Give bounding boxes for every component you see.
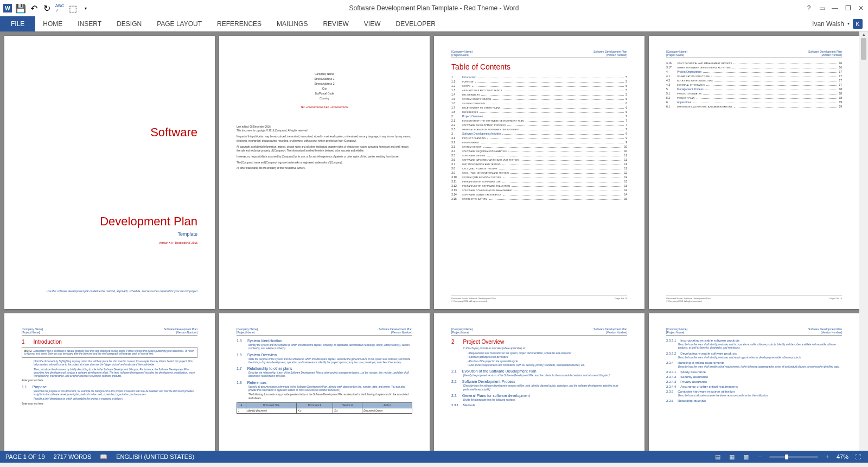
design-tab[interactable]: DESIGN (109, 16, 149, 31)
toc-number: 6 (666, 100, 677, 104)
toc-leader (503, 193, 623, 195)
toc-number: 5.1 (666, 92, 677, 95)
spellcheck-icon[interactable]: ABC✓ (55, 4, 64, 12)
toc-entry[interactable]: 4.2ROLES AND RESPONSIBILITIES17 (666, 79, 842, 82)
qat-dropdown-icon[interactable]: ▾ (81, 4, 90, 12)
toc-entry[interactable]: 2.2SOFTWARE DEVELOPMENT PROCESS7 (451, 123, 627, 127)
toc-entry[interactable]: 6.1DEFINITIONS, ACRONYMS, AND ABBREVIATI… (666, 105, 842, 108)
overview-lead: In this chapter, provide an overview (wh… (463, 347, 627, 350)
enter-text: Enter your text here. (22, 379, 197, 382)
body-crit: Describe how the team shall handle criti… (678, 365, 842, 369)
restore-button[interactable]: ❐ (844, 4, 852, 12)
ribbon-display-icon[interactable]: ▭ (818, 4, 826, 12)
bullet-item: • Position of the project in the system … (468, 359, 627, 363)
toc-entry[interactable]: 3.6SOFTWARE IMPLEMENTATION AND UNIT TEST… (451, 158, 627, 161)
heading-relationship: 1.7Relationship to other plans (237, 367, 412, 370)
toc-entry[interactable]: 3.9CSCI / HWCI INTEGRATION AND TESTING12 (451, 171, 627, 174)
toc-entry[interactable]: 2Project Overview7 (451, 115, 627, 118)
references-tab[interactable]: REFERENCES (209, 16, 269, 31)
toc-entry[interactable]: 2.1EVOLUTION OF THE SOFTWARE DEVELOPMENT… (451, 119, 627, 122)
toc-entry[interactable]: 4Project Organization17 (666, 70, 842, 73)
web-layout-icon[interactable]: ▩ (741, 453, 751, 460)
toc-entry[interactable]: 6Appendices19 (666, 100, 842, 104)
zoom-out-button[interactable]: − (755, 453, 765, 460)
toc-page: 6 (626, 102, 627, 105)
toc-text: PROJECT PLANNING (462, 137, 486, 140)
toc-entry[interactable]: 3.4SOFTWARE REQUIREMENTS ANALYSIS10 (451, 149, 627, 153)
toc-entry[interactable]: 1.2SCOPE5 (451, 84, 627, 87)
word-logo-icon[interactable]: W (3, 4, 12, 12)
toc-number: 3.2 (451, 141, 462, 144)
toc-number: 2.2 (451, 123, 462, 127)
mailings-tab[interactable]: MAILINGS (269, 16, 315, 31)
zoom-slider[interactable] (769, 456, 818, 458)
insert-tab[interactable]: INSERT (70, 16, 109, 31)
zoom-slider-thumb[interactable] (785, 455, 788, 459)
toc-entry[interactable]: 3.12PREPARING FOR SOFTWARE TRANSITION13 (451, 184, 627, 187)
intro-para2: Then, introduce the document by briefly … (34, 368, 197, 378)
toc-number: 1.6 (451, 102, 462, 105)
toc-entry[interactable]: 3.8CSCI QUALIFICATION TESTING11 (451, 167, 627, 170)
toc-entry[interactable]: 1.1PURPOSE5 (451, 80, 627, 83)
view-tab[interactable]: VIEW (356, 16, 388, 31)
zoom-in-button[interactable]: + (822, 453, 832, 460)
document-canvas[interactable]: Software Development Plan Template Versi… (0, 31, 868, 451)
toc-entry[interactable]: 5.1PROJECT ESTIMATES18 (666, 92, 842, 95)
fit-page-icon[interactable]: ⛶ (853, 453, 863, 460)
toc-entry[interactable]: 1.3ASSUMPTIONS AND CONSTRAINTS5 (451, 89, 627, 92)
zoom-level[interactable]: 47% (837, 453, 848, 460)
h-text: Methods (463, 403, 475, 407)
th-author: Author (362, 402, 412, 408)
toc-entry[interactable]: 3Software Development Activities9 (451, 132, 627, 135)
proofing-icon[interactable]: 📖 (100, 453, 107, 460)
toc-number: 2.1 (451, 119, 462, 122)
toc-page: 14 (624, 188, 627, 192)
toc-entry[interactable]: 2.3GENERAL PLANS FOR SOFTWARE DEVELOPMEN… (451, 128, 627, 131)
undo-icon[interactable]: ↶ (29, 4, 38, 12)
toc-entry[interactable]: 3.10SYSTEM QUALIFICATION TESTING12 (451, 175, 627, 179)
page-indicator[interactable]: PAGE 1 OF 19 (5, 453, 45, 460)
save-icon[interactable]: 💾 (16, 4, 25, 12)
toc-entry[interactable]: 3.15CORRECTIVE ACTION15 (451, 197, 627, 200)
file-tab[interactable]: FILE (0, 16, 35, 31)
home-tab[interactable]: HOME (35, 16, 70, 31)
touch-mode-icon[interactable]: ⬚ (68, 4, 77, 12)
toc-entry[interactable]: 3.14SOFTWARE QUALITY ASSURANCE14 (451, 193, 627, 196)
toc-entry[interactable]: 3.5SOFTWARE DESIGN11 (451, 154, 627, 157)
toc-entry[interactable]: 3.11PREPARING FOR SOFTWARE USE13 (451, 180, 627, 183)
toc-entry[interactable]: 1.5SYSTEM IDENTIFICATION6 (451, 97, 627, 100)
read-mode-icon[interactable]: ▤ (713, 453, 723, 460)
help-icon[interactable]: ? (805, 4, 813, 12)
word-count[interactable]: 2717 WORDS (54, 453, 92, 460)
toc-entry[interactable]: 3.17OTHER SOFTWARE DEVELOPMENT ACTIVITIE… (666, 66, 842, 69)
toc-entry[interactable]: 3.1PROJECT PLANNING9 (451, 136, 627, 140)
document-title: Software Development Plan Template - Red… (349, 4, 519, 12)
toc-entry[interactable]: 3.13SOFTWARE CONFIGURATION MANAGEMENT14 (451, 188, 627, 192)
toc-entry[interactable]: 3.3SYSTEM DESIGN10 (451, 145, 627, 148)
user-account[interactable]: Ivan Walsh ▾ K (807, 19, 868, 29)
toc-entry[interactable]: 3.16JOINT TECHNICAL AND MANAGEMENT REVIE… (666, 61, 842, 65)
toc-entry[interactable]: 1Introduction5 (451, 75, 627, 79)
toc-entry[interactable]: 3.7UNIT INTEGRATION AND TESTING11 (451, 162, 627, 166)
language-indicator[interactable]: ENGLISH (UNITED STATES) (116, 453, 194, 460)
toc-entry[interactable]: 4.3EXTERNAL INTERFACES17 (666, 83, 842, 86)
toc-entry[interactable]: 4.1ORGANIZATION STRUCTURE17 (666, 74, 842, 78)
toc-number: 5 (666, 87, 677, 91)
review-tab[interactable]: REVIEW (315, 16, 356, 31)
developer-tab[interactable]: DEVELOPER (388, 16, 443, 31)
toc-entry[interactable]: 3.2ENVIRONMENT9 (451, 141, 627, 144)
vertical-scrollbar[interactable]: ▴ (859, 31, 868, 451)
close-button[interactable]: ✕ (857, 4, 865, 12)
toc-entry[interactable]: 1.7RELATIONSHIP TO OTHER PLANS6 (451, 106, 627, 109)
redo-icon[interactable]: ↻ (42, 4, 51, 12)
toc-entry[interactable]: 5.2PROJECT PLAN18 (666, 96, 842, 99)
print-layout-icon[interactable]: ▦ (727, 453, 737, 460)
minimize-button[interactable]: — (831, 4, 839, 12)
toc-entry[interactable]: 1.6SYSTEM OVERVIEW6 (451, 102, 627, 105)
toc-entry[interactable]: 5Management Process18 (666, 87, 842, 91)
scroll-thumb[interactable] (861, 38, 866, 60)
h-num: 2.3.3.1 (666, 339, 676, 342)
toc-entry[interactable]: 1.4DELIVERABLES5 (451, 93, 627, 96)
toc-entry[interactable]: 1.8REFERENCES6 (451, 110, 627, 113)
page-layout-tab[interactable]: PAGE LAYOUT (149, 16, 209, 31)
